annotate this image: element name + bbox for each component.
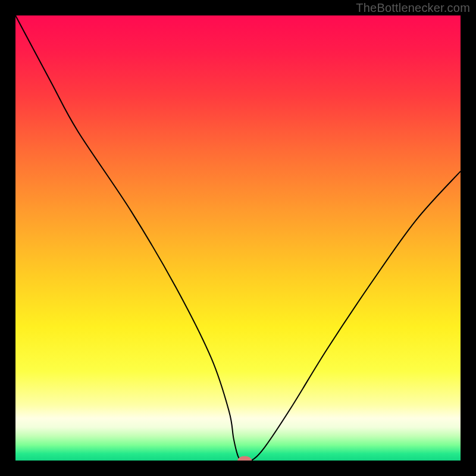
site-credit: TheBottlenecker.com [356, 1, 470, 15]
chart-container: TheBottlenecker.com [0, 0, 476, 476]
gradient-background [15, 15, 461, 461]
bottleneck-chart [15, 15, 461, 461]
